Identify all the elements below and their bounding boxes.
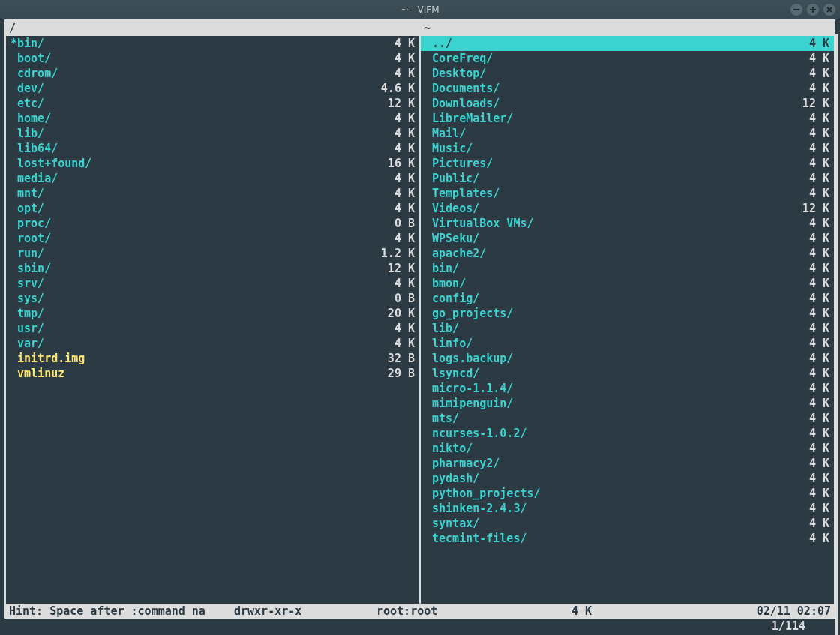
right-pane[interactable]: ~ ../ 4 K CoreFreq/ 4 K Desktop/ 4 K Doc… <box>421 21 834 604</box>
list-item[interactable]: logs.backup/ 4 K <box>421 351 834 366</box>
list-item[interactable]: usr/ 4 K <box>6 321 419 336</box>
list-item[interactable]: mnt/ 4 K <box>6 186 419 201</box>
list-item[interactable]: CoreFreq/ 4 K <box>421 51 834 66</box>
directory-entry: tecmint-files/ <box>425 531 526 546</box>
directory-entry: lib/ <box>10 126 44 141</box>
list-item[interactable]: mimipenguin/ 4 K <box>421 396 834 411</box>
list-item[interactable]: linfo/ 4 K <box>421 336 834 351</box>
list-item[interactable]: VirtualBox VMs/ 4 K <box>421 216 834 231</box>
list-item[interactable]: config/ 4 K <box>421 291 834 306</box>
close-icon[interactable] <box>824 4 836 16</box>
position-indicator: 1/114 <box>772 619 806 633</box>
directory-entry: mnt/ <box>10 186 44 201</box>
list-item[interactable]: LibreMailer/ 4 K <box>421 111 834 126</box>
minimize-icon[interactable] <box>790 4 802 16</box>
list-item[interactable]: pydash/ 4 K <box>421 471 834 486</box>
list-item[interactable]: syntax/ 4 K <box>421 516 834 531</box>
maximize-icon[interactable] <box>807 4 819 16</box>
list-item[interactable]: bmon/ 4 K <box>421 276 834 291</box>
list-item[interactable]: etc/ 12 K <box>6 96 419 111</box>
list-item[interactable]: ../ 4 K <box>421 36 834 51</box>
directory-entry: shinken-2.4.3/ <box>425 501 526 516</box>
list-item[interactable]: apache2/ 4 K <box>421 246 834 261</box>
status-hint: Hint: Space after :command na <box>9 604 234 619</box>
list-item[interactable]: bin/ 4 K <box>421 261 834 276</box>
file-size: 12 K <box>381 96 415 111</box>
list-item[interactable]: opt/ 4 K <box>6 201 419 216</box>
list-item[interactable]: Videos/ 12 K <box>421 201 834 216</box>
directory-entry: run/ <box>10 246 44 261</box>
file-size: 4 K <box>381 66 415 81</box>
directory-entry: Videos/ <box>425 201 479 216</box>
directory-entry: logs.backup/ <box>425 351 513 366</box>
list-item[interactable]: media/ 4 K <box>6 171 419 186</box>
list-item[interactable]: lib/ 4 K <box>6 126 419 141</box>
list-item[interactable]: sys/ 0 B <box>6 291 419 306</box>
left-file-list[interactable]: *bin/ 4 K boot/ 4 K cdrom/ 4 K dev/4.6 K… <box>6 36 419 604</box>
list-item[interactable]: tmp/ 20 K <box>6 306 419 321</box>
list-item[interactable]: Downloads/ 12 K <box>421 96 834 111</box>
file-size: 4 K <box>381 141 415 156</box>
list-item[interactable]: vmlinuz 29 B <box>6 366 419 381</box>
directory-entry: media/ <box>10 171 58 186</box>
list-item[interactable]: run/1.2 K <box>6 246 419 261</box>
right-file-list[interactable]: ../ 4 K CoreFreq/ 4 K Desktop/ 4 K Docum… <box>421 36 834 604</box>
list-item[interactable]: lost+found/ 16 K <box>6 156 419 171</box>
left-pane[interactable]: / *bin/ 4 K boot/ 4 K cdrom/ 4 K dev/4.6… <box>6 21 421 604</box>
list-item[interactable]: go_projects/ 4 K <box>421 306 834 321</box>
file-size: 4 K <box>796 411 830 426</box>
file-size: 4 K <box>796 426 830 441</box>
list-item[interactable]: Templates/ 4 K <box>421 186 834 201</box>
list-item[interactable]: lib64/ 4 K <box>6 141 419 156</box>
list-item[interactable]: cdrom/ 4 K <box>6 66 419 81</box>
file-size: 4 K <box>381 276 415 291</box>
directory-entry: Mail/ <box>425 126 466 141</box>
list-item[interactable]: Music/ 4 K <box>421 141 834 156</box>
list-item[interactable]: *bin/ 4 K <box>6 36 419 51</box>
list-item[interactable]: shinken-2.4.3/ 4 K <box>421 501 834 516</box>
list-item[interactable]: root/ 4 K <box>6 231 419 246</box>
list-item[interactable]: mts/ 4 K <box>421 411 834 426</box>
list-item[interactable]: lib/ 4 K <box>421 321 834 336</box>
list-item[interactable]: var/ 4 K <box>6 336 419 351</box>
terminal[interactable]: / *bin/ 4 K boot/ 4 K cdrom/ 4 K dev/4.6… <box>0 19 840 635</box>
list-item[interactable]: boot/ 4 K <box>6 51 419 66</box>
file-entry: vmlinuz <box>10 366 64 381</box>
file-size: 4 K <box>796 336 830 351</box>
file-size: 4 K <box>796 531 830 546</box>
position-bar: 1/114 <box>4 619 836 634</box>
scrollbar[interactable] <box>836 21 838 635</box>
list-item[interactable]: Mail/ 4 K <box>421 126 834 141</box>
list-item[interactable]: Documents/ 4 K <box>421 81 834 96</box>
directory-entry: python_projects/ <box>425 486 541 501</box>
file-size: 4 K <box>796 36 830 51</box>
directory-entry: Templates/ <box>425 186 500 201</box>
list-item[interactable]: pharmacy2/ 4 K <box>421 456 834 471</box>
list-item[interactable]: Desktop/ 4 K <box>421 66 834 81</box>
directory-entry: WPSeku/ <box>425 231 479 246</box>
list-item[interactable]: proc/ 0 B <box>6 216 419 231</box>
list-item[interactable]: python_projects/ 4 K <box>421 486 834 501</box>
list-item[interactable]: Pictures/ 4 K <box>421 156 834 171</box>
list-item[interactable]: srv/ 4 K <box>6 276 419 291</box>
panes-container: / *bin/ 4 K boot/ 4 K cdrom/ 4 K dev/4.6… <box>4 19 836 604</box>
list-item[interactable]: WPSeku/ 4 K <box>421 231 834 246</box>
directory-entry: bin/ <box>425 261 459 276</box>
left-pane-path: / <box>6 21 419 36</box>
list-item[interactable]: dev/4.6 K <box>6 81 419 96</box>
list-item[interactable]: home/ 4 K <box>6 111 419 126</box>
list-item[interactable]: nikto/ 4 K <box>421 441 834 456</box>
file-size: 4 K <box>796 291 830 306</box>
list-item[interactable]: Public/ 4 K <box>421 171 834 186</box>
list-item[interactable]: sbin/ 12 K <box>6 261 419 276</box>
list-item[interactable]: micro-1.1.4/ 4 K <box>421 381 834 396</box>
list-item[interactable]: initrd.img 32 B <box>6 351 419 366</box>
list-item[interactable]: tecmint-files/ 4 K <box>421 531 834 546</box>
file-size: 4 K <box>796 486 830 501</box>
file-size: 4 K <box>796 501 830 516</box>
file-size: 4 K <box>796 141 830 156</box>
file-size: 4 K <box>796 516 830 531</box>
directory-entry: go_projects/ <box>425 306 513 321</box>
list-item[interactable]: ncurses-1.0.2/ 4 K <box>421 426 834 441</box>
list-item[interactable]: lsyncd/ 4 K <box>421 366 834 381</box>
